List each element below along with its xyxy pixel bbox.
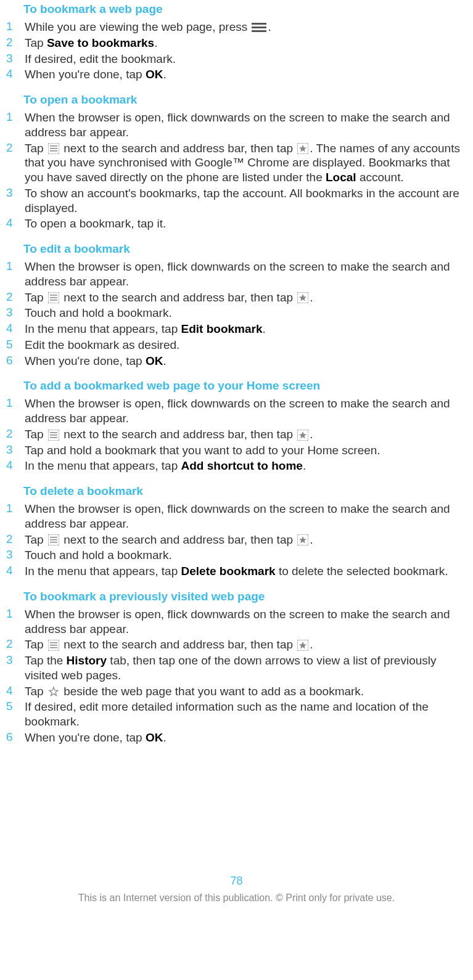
step-number: 4 bbox=[5, 564, 25, 578]
step-row: 3Touch and hold a bookmark. bbox=[5, 306, 468, 321]
bold-text: Delete bookmark bbox=[181, 565, 276, 578]
step-number: 2 bbox=[5, 290, 25, 304]
step-text: To show an account's bookmarks, tap the … bbox=[25, 186, 468, 216]
bold-text: OK bbox=[146, 68, 163, 81]
svg-rect-22 bbox=[50, 537, 57, 538]
star-icon bbox=[297, 640, 308, 651]
bold-text: OK bbox=[146, 354, 163, 367]
svg-rect-12 bbox=[50, 300, 57, 301]
step-number: 6 bbox=[5, 354, 25, 367]
step-row: 4When you're done, tap OK. bbox=[5, 67, 468, 82]
step-row: 2Tap next to the search and address bar,… bbox=[5, 141, 468, 185]
step-row: 5If desired, edit more detailed informat… bbox=[5, 700, 468, 729]
step-text: When the browser is open, flick downward… bbox=[25, 259, 468, 289]
step-row: 3Touch and hold a bookmark. bbox=[5, 548, 468, 563]
step-text: Touch and hold a bookmark. bbox=[25, 548, 468, 563]
step-row: 2Tap Save to bookmarks. bbox=[5, 36, 468, 51]
step-text: Edit the bookmark as desired. bbox=[25, 338, 468, 353]
step-number: 4 bbox=[5, 67, 25, 81]
step-number: 3 bbox=[5, 52, 25, 65]
step-number: 3 bbox=[5, 548, 25, 561]
step-number: 6 bbox=[5, 730, 25, 744]
step-number: 3 bbox=[5, 306, 25, 319]
step-text: In the menu that appears, tap Edit bookm… bbox=[25, 322, 468, 337]
step-row: 3If desired, edit the bookmark. bbox=[5, 52, 468, 67]
section-title: To delete a bookmark bbox=[23, 484, 468, 498]
step-row: 2Tap next to the search and address bar,… bbox=[5, 290, 468, 305]
step-row: 3Tap and hold a bookmark that you want t… bbox=[5, 443, 468, 458]
bold-text: Edit bookmark bbox=[181, 322, 263, 335]
step-number: 2 bbox=[5, 637, 25, 651]
list-icon bbox=[48, 640, 59, 651]
step-text: While you are viewing the web page, pres… bbox=[25, 20, 468, 35]
star-icon bbox=[297, 534, 308, 545]
step-number: 5 bbox=[5, 700, 25, 713]
step-text: Tap beside the web page that you want to… bbox=[25, 684, 468, 699]
step-number: 1 bbox=[5, 110, 25, 124]
svg-rect-10 bbox=[50, 295, 57, 296]
step-row: 5Edit the bookmark as desired. bbox=[5, 338, 468, 353]
svg-marker-32 bbox=[299, 642, 306, 649]
footer-text: This is an Internet version of this publ… bbox=[5, 892, 468, 904]
step-row: 1When the browser is open, flick downwar… bbox=[5, 259, 468, 289]
svg-marker-14 bbox=[299, 294, 306, 301]
step-text: Tap next to the search and address bar, … bbox=[25, 533, 468, 547]
list-icon bbox=[48, 143, 59, 154]
svg-marker-33 bbox=[49, 687, 58, 696]
bold-text: OK bbox=[146, 731, 163, 744]
step-number: 2 bbox=[5, 533, 25, 546]
svg-rect-2 bbox=[252, 30, 266, 32]
list-icon bbox=[48, 534, 59, 545]
page-number: 78 bbox=[5, 875, 468, 888]
svg-rect-4 bbox=[50, 145, 57, 147]
step-text: Tap Save to bookmarks. bbox=[25, 36, 468, 51]
step-text: When the browser is open, flick downward… bbox=[25, 396, 468, 426]
step-text: Touch and hold a bookmark. bbox=[25, 306, 468, 321]
svg-rect-6 bbox=[50, 150, 57, 152]
svg-rect-1 bbox=[252, 27, 266, 28]
step-text: When the browser is open, flick downward… bbox=[25, 110, 468, 140]
svg-rect-17 bbox=[50, 435, 57, 436]
bold-text: Save to bookmarks bbox=[47, 36, 154, 49]
step-row: 4To open a bookmark, tap it. bbox=[5, 216, 468, 231]
bold-text: Local bbox=[326, 171, 356, 184]
step-row: 3Tap the History tab, then tap one of th… bbox=[5, 653, 468, 683]
step-number: 1 bbox=[5, 396, 25, 410]
step-number: 1 bbox=[5, 502, 25, 515]
star-icon bbox=[297, 143, 308, 154]
section-title: To edit a bookmark bbox=[23, 242, 468, 256]
step-text: Tap next to the search and address bar, … bbox=[25, 290, 468, 305]
step-text: To open a bookmark, tap it. bbox=[25, 216, 468, 231]
step-text: In the menu that appears, tap Delete boo… bbox=[25, 564, 468, 579]
step-row: 2Tap next to the search and address bar,… bbox=[5, 637, 468, 652]
step-row: 6When you're done, tap OK. bbox=[5, 354, 468, 369]
svg-rect-24 bbox=[50, 542, 57, 543]
step-number: 4 bbox=[5, 684, 25, 698]
step-number: 4 bbox=[5, 459, 25, 472]
step-number: 1 bbox=[5, 259, 25, 273]
svg-rect-0 bbox=[252, 23, 266, 25]
svg-marker-26 bbox=[299, 536, 306, 544]
svg-rect-11 bbox=[50, 297, 57, 298]
step-text: When you're done, tap OK. bbox=[25, 730, 468, 745]
svg-rect-18 bbox=[50, 437, 57, 438]
step-number: 4 bbox=[5, 216, 25, 230]
list-icon bbox=[48, 430, 59, 441]
step-text: Tap next to the search and address bar, … bbox=[25, 427, 468, 442]
step-row: 2Tap next to the search and address bar,… bbox=[5, 427, 468, 442]
step-text: Tap and hold a bookmark that you want to… bbox=[25, 443, 468, 458]
manual-page: To bookmark a web page1While you are vie… bbox=[0, 2, 473, 904]
svg-rect-30 bbox=[50, 647, 57, 648]
star-icon bbox=[297, 292, 308, 303]
step-text: Tap next to the search and address bar, … bbox=[25, 637, 468, 652]
step-number: 2 bbox=[5, 36, 25, 49]
step-text: If desired, edit the bookmark. bbox=[25, 52, 468, 67]
section-title: To bookmark a previously visited web pag… bbox=[23, 590, 468, 603]
step-row: 3To show an account's bookmarks, tap the… bbox=[5, 186, 468, 216]
step-text: When you're done, tap OK. bbox=[25, 67, 468, 82]
step-row: 1When the browser is open, flick downwar… bbox=[5, 502, 468, 531]
star-outline-icon bbox=[48, 686, 59, 697]
svg-rect-16 bbox=[50, 432, 57, 433]
step-number: 5 bbox=[5, 338, 25, 351]
step-row: 1When the browser is open, flick downwar… bbox=[5, 396, 468, 426]
